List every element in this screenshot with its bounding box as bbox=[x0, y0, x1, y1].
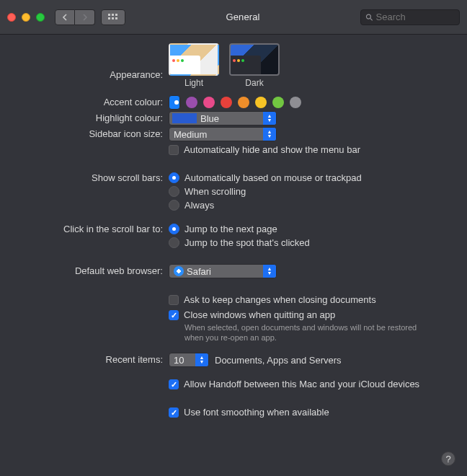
nav-buttons bbox=[55, 9, 95, 25]
auto-hide-menu-checkbox[interactable]: Automatically hide and show the menu bar bbox=[169, 143, 454, 157]
checkbox-icon bbox=[169, 145, 179, 155]
window-title: General bbox=[131, 12, 355, 22]
checkbox-icon bbox=[169, 407, 179, 418]
accent-swatch[interactable] bbox=[290, 97, 301, 108]
prefs-content: Appearance: Light Dark bbox=[0, 35, 467, 435]
help-button[interactable]: ? bbox=[441, 451, 455, 466]
click-scroll-label: Click in the scroll bar to: bbox=[13, 222, 169, 234]
radio-option[interactable]: Automatically based on mouse or trackpad bbox=[169, 171, 454, 185]
ask-changes-checkbox[interactable]: Ask to keep changes when closing documen… bbox=[169, 293, 454, 307]
accent-swatch[interactable] bbox=[221, 97, 232, 108]
appearance-light-label: Light bbox=[169, 78, 219, 88]
highlight-label: Highlight colour: bbox=[13, 111, 169, 123]
svg-rect-0 bbox=[108, 14, 110, 16]
browser-value: Safari bbox=[187, 266, 211, 277]
close-windows-checkbox[interactable]: Close windows when quitting an app bbox=[169, 308, 454, 322]
radio-label: When scrolling bbox=[184, 186, 246, 197]
svg-point-6 bbox=[366, 14, 370, 19]
highlight-value: Blue bbox=[200, 113, 219, 124]
radio-option[interactable]: Jump to the spot that's clicked bbox=[169, 236, 454, 250]
ask-changes-label: Ask to keep changes when closing documen… bbox=[184, 294, 376, 305]
close-button[interactable] bbox=[7, 13, 16, 22]
recent-suffix: Documents, Apps and Servers bbox=[215, 355, 342, 366]
show-all-button[interactable] bbox=[101, 9, 125, 25]
recent-select[interactable]: 10 ▲▼ bbox=[169, 353, 209, 367]
radio-icon bbox=[169, 224, 179, 234]
accent-label: Accent colour: bbox=[13, 95, 169, 107]
radio-label: Jump to the next page bbox=[184, 224, 277, 234]
auto-hide-menu-label: Automatically hide and show the menu bar bbox=[184, 144, 360, 155]
radio-icon bbox=[169, 200, 179, 211]
svg-rect-4 bbox=[112, 17, 114, 19]
appearance-light[interactable]: Light bbox=[169, 43, 219, 88]
highlight-swatch bbox=[172, 113, 197, 123]
search-icon bbox=[365, 13, 373, 22]
svg-rect-1 bbox=[112, 14, 114, 16]
search-input[interactable] bbox=[376, 12, 455, 22]
radio-option[interactable]: When scrolling bbox=[169, 185, 454, 198]
recent-label: Recent items: bbox=[13, 353, 169, 365]
chevron-updown-icon: ▲▼ bbox=[263, 265, 276, 278]
recent-value: 10 bbox=[174, 355, 184, 366]
radio-label: Always bbox=[184, 200, 214, 211]
accent-swatch[interactable] bbox=[272, 97, 284, 108]
close-windows-hint: When selected, open documents and window… bbox=[169, 322, 428, 343]
checkbox-icon bbox=[169, 379, 179, 389]
browser-label: Default web browser: bbox=[13, 264, 169, 276]
click-scroll-group: Jump to the next pageJump to the spot th… bbox=[169, 222, 454, 250]
appearance-dark[interactable]: Dark bbox=[229, 43, 280, 88]
radio-icon bbox=[169, 172, 179, 183]
accent-swatch[interactable] bbox=[169, 95, 180, 110]
radio-label: Jump to the spot that's clicked bbox=[184, 237, 310, 248]
radio-option[interactable]: Jump to the next page bbox=[169, 222, 454, 236]
scroll-bars-group: Automatically based on mouse or trackpad… bbox=[169, 171, 454, 212]
sidebar-size-label: Sidebar icon size: bbox=[13, 127, 169, 139]
safari-icon bbox=[174, 266, 184, 276]
svg-line-7 bbox=[370, 18, 373, 20]
radio-icon bbox=[169, 186, 179, 197]
svg-rect-3 bbox=[108, 17, 110, 19]
chevron-updown-icon: ▲▼ bbox=[195, 353, 208, 366]
handoff-checkbox[interactable]: Allow Handoff between this Mac and your … bbox=[169, 377, 454, 391]
sidebar-size-value: Medium bbox=[174, 129, 207, 140]
svg-rect-5 bbox=[115, 17, 117, 19]
radio-option[interactable]: Always bbox=[169, 198, 454, 212]
forward-button[interactable] bbox=[75, 9, 95, 25]
accent-swatch[interactable] bbox=[255, 97, 267, 108]
handoff-label: Allow Handoff between this Mac and your … bbox=[184, 379, 419, 389]
browser-select[interactable]: Safari ▲▼ bbox=[169, 264, 277, 278]
chevron-updown-icon: ▲▼ bbox=[263, 128, 276, 141]
accent-swatch[interactable] bbox=[203, 97, 215, 108]
scroll-bars-label: Show scroll bars: bbox=[13, 171, 169, 183]
appearance-dark-label: Dark bbox=[229, 78, 280, 88]
titlebar: General bbox=[0, 0, 467, 35]
close-windows-label: Close windows when quitting an app bbox=[184, 309, 335, 320]
checkbox-icon bbox=[169, 310, 179, 320]
chevron-updown-icon: ▲▼ bbox=[263, 112, 276, 125]
minimize-button[interactable] bbox=[22, 13, 30, 22]
radio-label: Automatically based on mouse or trackpad bbox=[184, 172, 362, 183]
window-controls bbox=[7, 13, 45, 22]
accent-swatch[interactable] bbox=[186, 97, 197, 108]
zoom-button[interactable] bbox=[36, 13, 45, 22]
accent-swatch[interactable] bbox=[238, 97, 249, 108]
radio-icon bbox=[169, 237, 179, 248]
search-field[interactable] bbox=[360, 9, 460, 25]
font-smoothing-checkbox[interactable]: Use font smoothing when available bbox=[169, 405, 454, 419]
accent-swatches bbox=[169, 95, 454, 110]
font-smoothing-label: Use font smoothing when available bbox=[184, 407, 329, 418]
appearance-label: Appearance: bbox=[13, 52, 169, 80]
back-button[interactable] bbox=[55, 9, 75, 25]
sidebar-size-select[interactable]: Medium ▲▼ bbox=[169, 127, 277, 141]
highlight-select[interactable]: Blue ▲▼ bbox=[169, 111, 277, 125]
checkbox-icon bbox=[169, 295, 179, 305]
svg-rect-2 bbox=[115, 14, 117, 16]
